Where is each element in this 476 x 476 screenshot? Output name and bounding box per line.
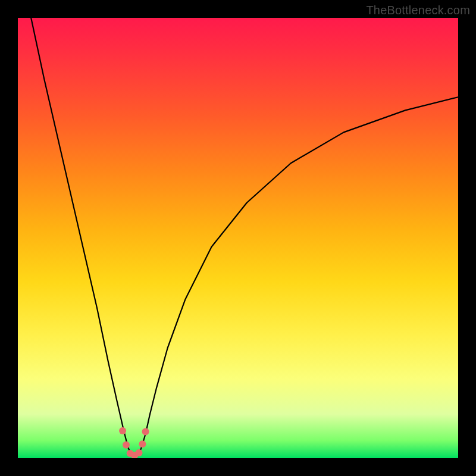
bottleneck-curve	[31, 18, 458, 458]
outer-frame: TheBottleneck.com	[0, 0, 476, 476]
plot-area	[18, 18, 458, 458]
highlight-dots	[119, 427, 149, 458]
curve-svg	[18, 18, 458, 458]
highlight-dot	[123, 441, 130, 449]
highlight-dot	[119, 427, 126, 434]
highlight-dot	[142, 428, 149, 436]
highlight-dot	[139, 440, 146, 447]
highlight-dot	[136, 449, 143, 456]
watermark-label: TheBottleneck.com	[366, 4, 470, 17]
